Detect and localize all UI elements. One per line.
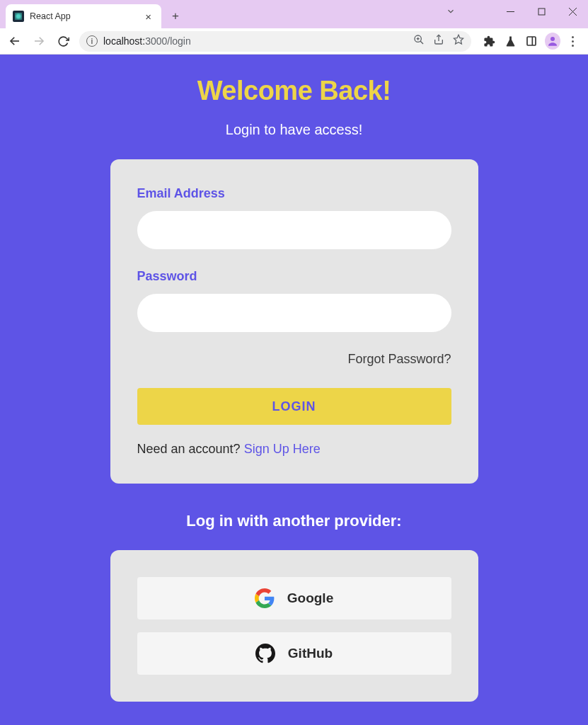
reload-button[interactable] <box>52 30 74 52</box>
react-favicon <box>13 11 24 22</box>
password-input[interactable] <box>137 294 451 332</box>
profile-avatar[interactable] <box>545 33 560 49</box>
window-controls <box>495 0 588 23</box>
url-text: localhost:3000/login <box>103 35 408 47</box>
google-login-button[interactable]: Google <box>137 577 451 620</box>
browser-menu-icon[interactable] <box>566 36 580 47</box>
close-window-button[interactable] <box>557 0 588 23</box>
zoom-icon[interactable] <box>413 34 425 48</box>
forward-button[interactable] <box>28 30 50 52</box>
svg-point-14 <box>550 37 555 41</box>
provider-heading: Log in with another provider: <box>110 512 478 530</box>
svg-rect-1 <box>538 8 545 15</box>
page-heading: Welcome Back! <box>110 76 478 106</box>
browser-titlebar: React App × + <box>0 0 588 28</box>
github-login-button[interactable]: GitHub <box>137 632 451 675</box>
signup-link[interactable]: Sign Up Here <box>244 442 321 456</box>
extensions-puzzle-icon[interactable] <box>481 33 497 49</box>
login-card: Email Address Password Forgot Password? … <box>110 159 478 484</box>
github-icon <box>255 644 275 663</box>
need-account-text: Need an account? <box>137 442 244 456</box>
svg-line-7 <box>420 41 423 44</box>
login-button[interactable]: LOGIN <box>137 388 451 425</box>
tab-search-icon[interactable] <box>438 0 463 23</box>
maximize-button[interactable] <box>526 0 557 23</box>
google-label: Google <box>287 590 333 606</box>
email-label: Email Address <box>137 186 451 201</box>
signup-row: Need an account? Sign Up Here <box>137 442 451 457</box>
page-viewport: Welcome Back! Login to have access! Emai… <box>0 55 588 725</box>
svg-rect-12 <box>527 37 536 45</box>
minimize-button[interactable] <box>495 0 526 23</box>
page-subtitle: Login to have access! <box>110 122 478 138</box>
share-icon[interactable] <box>433 34 444 48</box>
site-info-icon[interactable]: i <box>86 35 98 47</box>
tab-title: React App <box>30 11 137 21</box>
browser-toolbar: i localhost:3000/login <box>0 28 588 55</box>
forgot-password-link[interactable]: Forgot Password? <box>137 352 451 367</box>
back-button[interactable] <box>4 30 25 52</box>
bookmark-star-icon[interactable] <box>453 34 464 48</box>
password-label: Password <box>137 269 451 284</box>
svg-marker-11 <box>454 35 463 44</box>
new-tab-button[interactable]: + <box>166 6 185 26</box>
extension-icons <box>477 33 584 49</box>
provider-card: Google GitHub <box>110 550 478 702</box>
panel-icon[interactable] <box>524 33 539 49</box>
email-input[interactable] <box>137 211 451 249</box>
close-tab-icon[interactable]: × <box>142 11 154 23</box>
github-label: GitHub <box>288 646 333 661</box>
address-bar[interactable]: i localhost:3000/login <box>79 31 471 52</box>
browser-tab[interactable]: React App × <box>6 4 161 28</box>
google-icon <box>255 588 275 608</box>
flask-icon[interactable] <box>502 33 518 49</box>
